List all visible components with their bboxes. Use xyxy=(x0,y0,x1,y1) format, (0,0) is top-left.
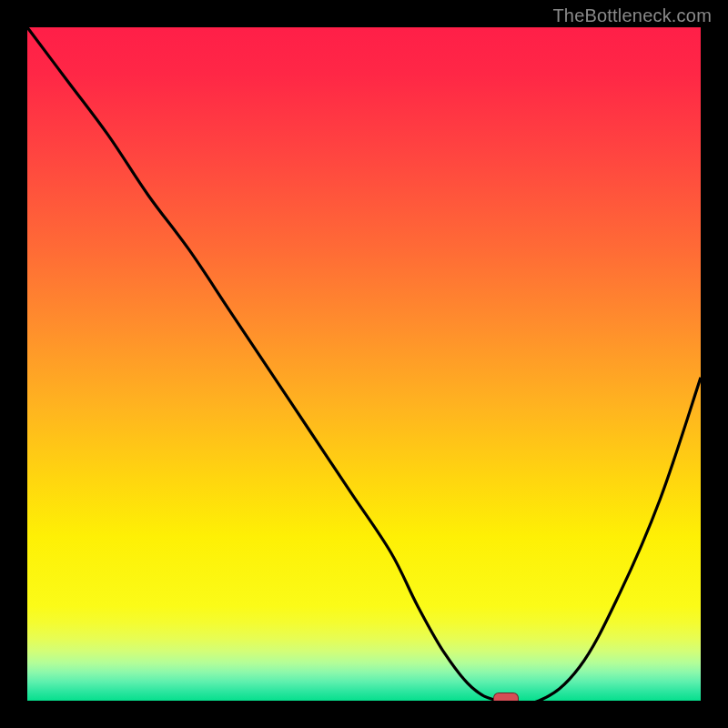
bottleneck-curve xyxy=(27,27,701,701)
curve-layer xyxy=(27,27,701,701)
watermark-text: TheBottleneck.com xyxy=(552,5,712,26)
chart-canvas: TheBottleneck.com xyxy=(0,0,728,728)
selection-marker xyxy=(493,693,519,701)
plot-area xyxy=(27,27,701,701)
